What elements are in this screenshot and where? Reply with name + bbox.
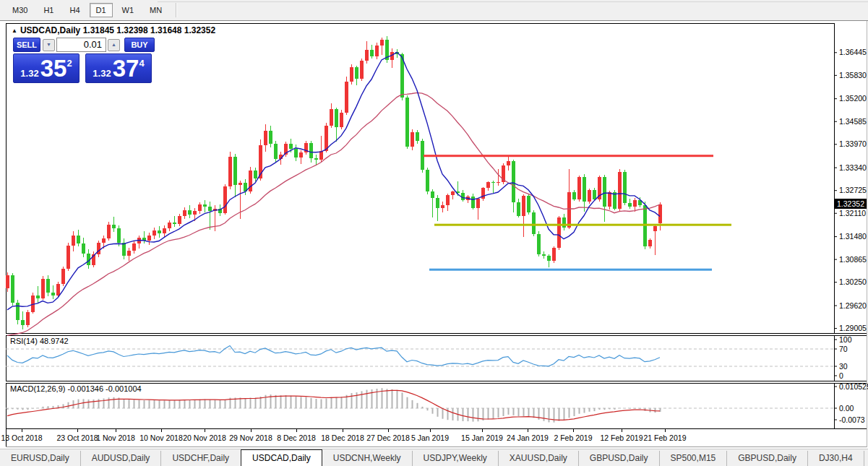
- candle-up: [481, 187, 485, 202]
- price-axis[interactable]: 1.364451.358301.352001.345851.339701.333…: [834, 48, 868, 423]
- candle-up: [648, 238, 652, 249]
- panel-frames: [6, 21, 867, 447]
- candle-up: [522, 194, 525, 237]
- candle-up: [319, 136, 323, 162]
- candle-up: [345, 77, 348, 115]
- lot-size-field[interactable]: 0.01: [56, 38, 106, 52]
- candle-down: [87, 249, 90, 269]
- sell-price-pipette: 2: [66, 58, 72, 69]
- collapse-triangle-icon[interactable]: ▲: [12, 27, 17, 34]
- tab-usdcad-daily[interactable]: USDCAD,Daily: [241, 449, 322, 466]
- macd-axis-label: -0.0073: [839, 415, 865, 424]
- timeframe-button-h4[interactable]: H4: [63, 3, 86, 17]
- candle-down: [416, 130, 419, 144]
- candle-up: [152, 228, 156, 238]
- symbol-tab-bar: EURUSD,Daily AUDUSD,Daily USDCHF,Daily U…: [0, 449, 868, 466]
- timeframe-button-d1[interactable]: D1: [90, 3, 113, 17]
- candle-down: [542, 251, 546, 259]
- buy-button[interactable]: BUY: [124, 38, 155, 52]
- candle-up: [304, 141, 308, 154]
- price-axis-label: 1.29005: [839, 324, 867, 332]
- candle-down: [355, 66, 358, 86]
- date-axis-label: 15 Jan 2019: [461, 433, 503, 442]
- candle-down: [335, 108, 338, 142]
- chart-canvas[interactable]: 1.364451.358301.352001.345851.339701.333…: [0, 21, 868, 466]
- tab-eurusd-daily[interactable]: EURUSD,Daily: [0, 451, 80, 466]
- candle-up: [163, 225, 166, 236]
- price-axis-label: 1.32110: [839, 209, 866, 217]
- rsi-axis-label: 70: [839, 345, 848, 353]
- candle-up: [476, 198, 480, 220]
- timeframe-button-h1[interactable]: H1: [37, 3, 60, 17]
- candle-down: [461, 190, 465, 202]
- buy-price-quote[interactable]: 1.32 37 4: [85, 53, 152, 83]
- tab-dj30-h4[interactable]: DJ30,H4: [807, 451, 864, 466]
- buy-price-prefix: 1.32: [93, 68, 111, 79]
- candle-down: [537, 231, 541, 256]
- mt4-terminal: { "toolbar": { "timeframes": [ {"label":…: [0, 0, 868, 466]
- candle-up: [567, 169, 571, 230]
- candle-up: [72, 231, 75, 251]
- candle-down: [112, 217, 116, 233]
- tab-usdcnh-weekly[interactable]: USDCNH,Weekly: [322, 451, 412, 466]
- price-axis-label: 1.34585: [839, 117, 867, 126]
- candle-up: [299, 150, 303, 165]
- candle-down: [21, 311, 25, 329]
- date-axis-label: 2 Feb 2019: [554, 433, 592, 442]
- candle-down: [36, 286, 40, 303]
- timeframe-button-mn[interactable]: MN: [143, 3, 168, 17]
- candle-up: [390, 48, 394, 68]
- candle-down: [274, 141, 278, 163]
- rsi-panel-layer: [6, 346, 834, 367]
- lot-increase-button[interactable]: ▲: [108, 39, 120, 51]
- candle-up: [451, 191, 455, 199]
- candle-down: [158, 226, 161, 237]
- sell-button[interactable]: SELL: [13, 38, 40, 52]
- candle-down: [623, 170, 627, 205]
- current-price-tag: 1.32352: [835, 199, 867, 209]
- timeframe-button-w1[interactable]: W1: [116, 3, 141, 17]
- candle-up: [598, 176, 601, 202]
- tab-audusd-daily[interactable]: AUDUSD,Daily: [80, 451, 161, 466]
- price-axis-label: 1.33340: [839, 163, 867, 172]
- candle-up: [658, 202, 662, 230]
- candle-up: [66, 243, 70, 271]
- tab-gbpusd-daily-2[interactable]: GBPUSD,Daily: [726, 451, 807, 466]
- tab-usdjpy-weekly[interactable]: USDJPY,Weekly: [412, 451, 498, 466]
- candle-down: [436, 195, 439, 221]
- timeframe-button-m30[interactable]: M30: [6, 3, 34, 17]
- candle-up: [330, 103, 333, 127]
- candle-up: [168, 220, 171, 231]
- buy-price-main: 37: [113, 56, 139, 80]
- candle-up: [178, 214, 181, 226]
- tab-gbpusd-daily[interactable]: GBPUSD,Daily: [578, 451, 659, 466]
- sell-price-quote[interactable]: 1.32 35 2: [13, 53, 80, 83]
- candle-down: [188, 205, 192, 217]
- tab-sp500-m15[interactable]: SP500,M15: [659, 451, 727, 466]
- tab-xauusd-daily[interactable]: XAUUSD,Daily: [498, 451, 578, 466]
- candle-down: [562, 214, 566, 230]
- lot-decrease-button[interactable]: ▼: [43, 39, 55, 51]
- date-axis-label: 27 Dec 2018: [366, 433, 410, 442]
- chart-window[interactable]: 1.364451.358301.352001.345851.339701.333…: [0, 21, 868, 449]
- candle-up: [577, 176, 581, 202]
- candle-up: [507, 157, 510, 171]
- tab-usdchf-daily[interactable]: USDCHF,Daily: [160, 451, 240, 466]
- price-axis-label: 1.33970: [839, 139, 867, 148]
- rsi-line: [7, 346, 660, 366]
- candle-down: [532, 210, 536, 236]
- timeframe-toolbar: M30 H1 H4 D1 W1 MN: [0, 0, 868, 21]
- candle-up: [557, 216, 561, 250]
- date-axis[interactable]: 13 Oct 201823 Oct 20181 Nov 201810 Nov 2…: [1, 429, 686, 442]
- candle-up: [137, 236, 141, 249]
- candle-down: [51, 285, 55, 298]
- candle-down: [254, 168, 257, 181]
- candle-up: [380, 38, 384, 56]
- candle-down: [603, 175, 606, 222]
- macd-axis-label: 0.00: [839, 404, 854, 413]
- candle-down: [16, 300, 20, 324]
- candle-down: [294, 144, 298, 161]
- candle-down: [431, 189, 434, 217]
- candle-down: [142, 231, 146, 243]
- tab-tech1[interactable]: TECH1: [864, 451, 868, 466]
